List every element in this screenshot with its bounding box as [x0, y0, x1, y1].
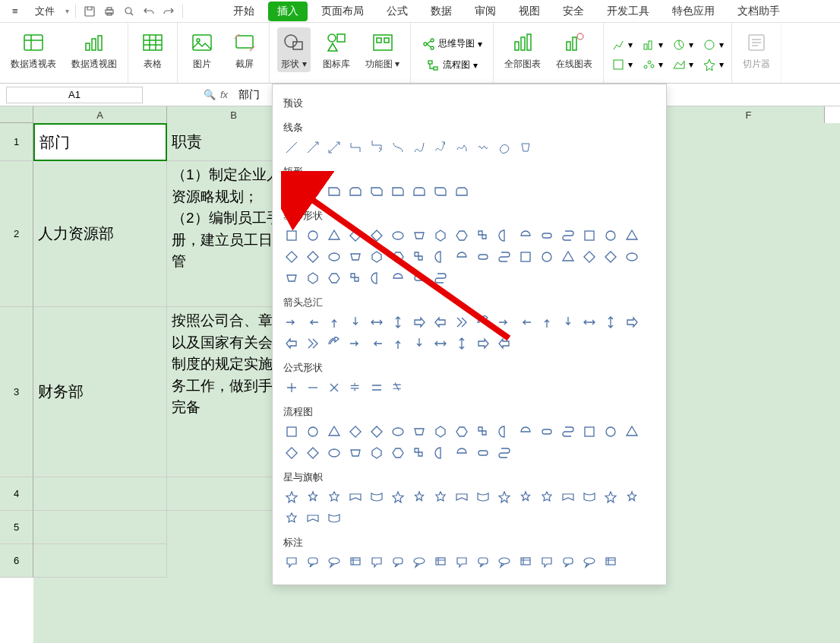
shape-generic[interactable] [475, 335, 491, 352]
shape-generic[interactable] [411, 335, 428, 352]
shape-generic[interactable] [283, 445, 300, 461]
shape-snip-diag[interactable] [368, 183, 385, 200]
shape-line-double-arrow[interactable] [326, 139, 343, 156]
shape-generic[interactable] [581, 314, 598, 331]
name-box[interactable] [6, 87, 143, 103]
shape-generic[interactable] [496, 249, 513, 265]
chart-type-6[interactable]: ▾ [639, 56, 666, 73]
shape-generic[interactable] [496, 227, 513, 244]
shape-generic[interactable] [560, 227, 576, 244]
row-header-1[interactable]: 1 [0, 123, 33, 161]
online-charts-button[interactable]: 在线图表 [553, 27, 595, 72]
shape-generic[interactable] [538, 227, 555, 244]
shape-generic[interactable] [368, 445, 385, 461]
shape-curve2[interactable] [411, 139, 428, 156]
shape-generic[interactable] [390, 227, 406, 244]
shape-generic[interactable] [390, 314, 406, 331]
row-header-6[interactable]: 6 [0, 544, 33, 578]
shape-generic[interactable] [602, 314, 619, 331]
shape-generic[interactable] [624, 314, 640, 331]
chart-type-7[interactable]: ▾ [669, 56, 696, 73]
shape-generic[interactable] [560, 423, 576, 440]
row-header-3[interactable]: 3 [0, 307, 33, 477]
shape-generic[interactable] [475, 423, 491, 440]
shape-generic[interactable] [432, 270, 449, 287]
shape-generic[interactable] [326, 335, 343, 352]
shape-generic[interactable] [347, 554, 364, 571]
shape-generic[interactable] [390, 423, 406, 440]
shape-generic[interactable] [517, 314, 534, 331]
shape-generic[interactable] [581, 227, 598, 244]
shape-generic[interactable] [326, 445, 343, 461]
chart-type-8[interactable]: ▾ [699, 56, 727, 73]
redo-icon[interactable] [161, 4, 176, 19]
shape-generic[interactable] [326, 227, 343, 244]
shape-generic[interactable] [283, 379, 300, 396]
tab-start[interactable]: 开始 [224, 2, 264, 21]
print-icon[interactable] [102, 4, 117, 19]
shape-generic[interactable] [326, 423, 343, 440]
shape-generic[interactable] [432, 249, 449, 265]
pivot-table-button[interactable]: 数据透视表 [8, 27, 59, 72]
shape-generic[interactable] [624, 489, 640, 505]
tab-formulas[interactable]: 公式 [377, 2, 417, 21]
cell-a4[interactable] [33, 477, 167, 511]
shape-generic[interactable] [453, 227, 470, 244]
shape-generic[interactable] [305, 445, 321, 461]
shape-generic[interactable] [496, 554, 513, 571]
shape-generic[interactable] [624, 249, 640, 265]
shape-generic[interactable] [390, 270, 406, 287]
shape-rectangle[interactable] [283, 183, 300, 200]
shape-generic[interactable] [475, 554, 491, 571]
shape-generic[interactable] [560, 554, 576, 571]
shape-closed2[interactable] [517, 139, 534, 156]
shape-generic[interactable] [432, 335, 449, 352]
chart-type-4[interactable]: ▾ [699, 36, 727, 53]
shape-generic[interactable] [453, 489, 470, 505]
shape-generic[interactable] [602, 227, 619, 244]
shape-generic[interactable] [305, 510, 321, 527]
row-header-4[interactable]: 4 [0, 477, 33, 511]
shape-generic[interactable] [368, 489, 385, 505]
col-header-a[interactable]: A [33, 106, 167, 123]
shape-elbow[interactable] [347, 139, 364, 156]
shape-generic[interactable] [432, 489, 449, 505]
shape-generic[interactable] [368, 314, 385, 331]
shape-generic[interactable] [283, 227, 300, 244]
tab-developer[interactable]: 开发工具 [598, 2, 658, 21]
shape-generic[interactable] [368, 335, 385, 352]
shape-generic[interactable] [475, 249, 491, 265]
shape-generic[interactable] [453, 423, 470, 440]
cell-a3[interactable]: 财务部 [33, 307, 167, 477]
shape-generic[interactable] [581, 489, 598, 505]
shape-generic[interactable] [538, 489, 555, 505]
all-charts-button[interactable]: 全部图表 [501, 27, 544, 72]
shape-roundrect[interactable] [305, 183, 321, 200]
shape-generic[interactable] [517, 423, 534, 440]
shape-generic[interactable] [475, 445, 491, 461]
shape-generic[interactable] [411, 227, 428, 244]
shape-generic[interactable] [347, 270, 364, 287]
shape-generic[interactable] [368, 379, 385, 396]
shape-generic[interactable] [496, 489, 513, 505]
shape-generic[interactable] [602, 554, 619, 571]
shape-generic[interactable] [581, 554, 598, 571]
undo-icon[interactable] [141, 4, 156, 19]
shape-snip1[interactable] [326, 183, 343, 200]
shape-generic[interactable] [453, 335, 470, 352]
shape-snip2[interactable] [347, 183, 364, 200]
icon-lib-button[interactable]: 图标库 [320, 27, 353, 72]
tab-view[interactable]: 视图 [510, 2, 549, 21]
shape-generic[interactable] [581, 249, 598, 265]
shape-generic[interactable] [368, 249, 385, 265]
shape-generic[interactable] [326, 379, 343, 396]
row-header-5[interactable]: 5 [0, 511, 33, 544]
tab-special[interactable]: 特色应用 [663, 2, 724, 21]
shape-generic[interactable] [560, 249, 576, 265]
pivot-chart-button[interactable]: 数据透视图 [68, 27, 120, 72]
shape-generic[interactable] [305, 423, 321, 440]
chart-type-5[interactable]: ▾ [608, 56, 636, 73]
shape-generic[interactable] [347, 335, 364, 352]
shape-generic[interactable] [453, 249, 470, 265]
shape-generic[interactable] [581, 423, 598, 440]
